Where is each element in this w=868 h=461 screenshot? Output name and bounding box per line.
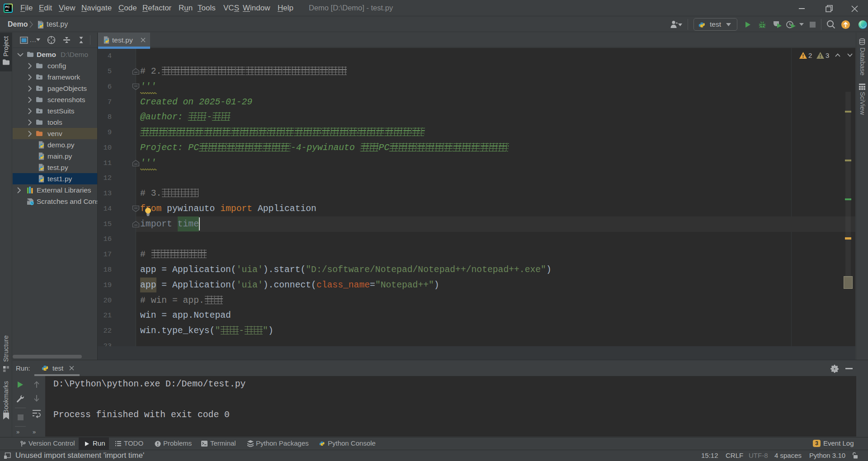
- svg-text:PC: PC: [5, 5, 10, 9]
